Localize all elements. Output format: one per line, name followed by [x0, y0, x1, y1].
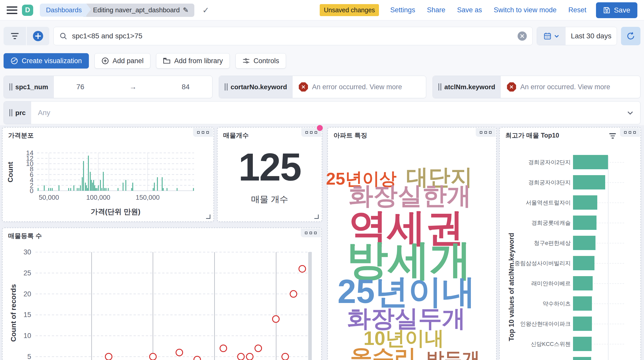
drag-handle-icon[interactable] [225, 83, 228, 91]
header-menu-item-settings[interactable]: Settings [390, 6, 415, 14]
header-menu-item-switch-to-view-mode[interactable]: Switch to view mode [494, 6, 557, 14]
range-slider-spc1-num[interactable]: 76 → 84 [54, 76, 212, 98]
control-label-spc1-num[interactable]: spc1_num [4, 76, 54, 98]
create-visualization-button[interactable]: Create visualization [4, 53, 89, 69]
bar-category-label: 경희궁자이2단지 [500, 159, 571, 166]
svg-text:100,000: 100,000 [86, 194, 110, 201]
control-label-atclnm[interactable]: atclNm.keyword [433, 76, 501, 98]
scatter-point[interactable] [238, 353, 244, 360]
panel-menu-button[interactable] [193, 128, 213, 137]
svg-text:50,000: 50,000 [39, 194, 59, 201]
scatter-point[interactable] [194, 356, 200, 360]
scatter-point[interactable] [176, 349, 183, 356]
scatter-point[interactable] [272, 316, 279, 322]
resize-handle[interactable] [314, 215, 319, 219]
control-label-prc[interactable]: prc [4, 102, 31, 124]
bar[interactable] [573, 337, 592, 351]
scatter-point[interactable] [105, 353, 112, 360]
range-from-value[interactable]: 76 [76, 83, 84, 91]
bar[interactable] [573, 175, 605, 189]
edit-toolbar: Create visualization Add panel Add from … [0, 52, 644, 74]
svg-text:Count of records: Count of records [9, 284, 17, 342]
word-cloud-word[interactable]: 25년이내 [338, 275, 475, 308]
bar[interactable] [573, 276, 593, 290]
svg-text:15: 15 [23, 311, 31, 319]
panel-menu-button[interactable] [301, 229, 321, 237]
controls-button[interactable]: Controls [235, 53, 286, 69]
bar[interactable] [573, 317, 592, 331]
search-icon [59, 32, 67, 40]
scatter-point[interactable] [220, 345, 227, 352]
drag-handle-icon[interactable] [9, 83, 12, 91]
menu-icon[interactable] [7, 6, 17, 14]
breadcrumb-current[interactable]: Editing naver_apt_dashboard ✎ [83, 4, 194, 17]
time-range-value[interactable]: Last 30 days [566, 27, 617, 45]
control-spc1-num: spc1_num 76 → 84 [4, 76, 212, 98]
drag-handle-icon[interactable] [438, 83, 441, 91]
bar[interactable] [573, 216, 597, 230]
breadcrumb-dashboards[interactable]: Dashboards [40, 4, 86, 17]
scatter-point[interactable] [299, 265, 306, 272]
filter-icon[interactable] [609, 133, 616, 139]
filter-button[interactable] [4, 27, 26, 45]
controls-row: spc1_num 76 → 84 cortarNo.keyword An err… [0, 74, 644, 99]
svg-text:5: 5 [27, 353, 31, 360]
chevron-down-icon [627, 109, 634, 116]
scatter-point[interactable] [150, 353, 156, 360]
bar-category-label: 경희궁롯데캐슬 [500, 219, 571, 227]
scatter-point[interactable] [255, 345, 261, 352]
bar[interactable] [573, 256, 594, 270]
create-visualization-label: Create visualization [22, 57, 82, 65]
control-label-text: spc1_num [15, 83, 48, 91]
word-cloud-word[interactable]: 올수리 [350, 346, 416, 360]
refresh-button[interactable] [621, 27, 640, 45]
refresh-icon [626, 32, 635, 40]
resize-handle[interactable] [206, 215, 210, 219]
header-menu-item-share[interactable]: Share [427, 6, 445, 14]
prc-options-dropdown[interactable]: Any [31, 102, 640, 124]
plus-circle-icon [33, 31, 43, 41]
panel-menu-button[interactable] [620, 128, 640, 137]
check-icon: ✓ [202, 5, 209, 15]
calendar-icon [543, 32, 552, 40]
bar-category-label: 서울역센트럴자이 [500, 199, 571, 207]
query-input[interactable] [72, 32, 513, 40]
scatter-point[interactable] [282, 353, 289, 360]
query-bar-row: Last 30 days [0, 20, 644, 52]
control-label-cortarno[interactable]: cortarNo.keyword [219, 76, 293, 98]
header-menu-item-reset[interactable]: Reset [568, 6, 587, 14]
word-cloud-chart: 25년이상대단지화장실한개역세권방세개25년이내화장실두개10년이내올수리방두개 [328, 128, 496, 360]
svg-text:25: 25 [23, 269, 31, 277]
save-button[interactable]: Save [596, 2, 637, 18]
unsaved-changes-badge: Unsaved changes [320, 4, 379, 16]
dashboard-viewport: 가격분포 50,000100,000150,00002468101214Coun… [0, 125, 644, 360]
error-message[interactable]: An error occurred. View more [312, 83, 402, 91]
word-cloud-word[interactable]: 방두개 [426, 350, 480, 360]
clear-query-button[interactable] [518, 31, 527, 41]
bar[interactable] [573, 236, 595, 250]
header-menu-item-save-as[interactable]: Save as [457, 6, 482, 14]
scatter-point[interactable] [290, 291, 297, 297]
scatter-point[interactable] [246, 353, 253, 360]
bar[interactable] [573, 155, 608, 169]
add-from-library-button[interactable]: Add from library [156, 53, 230, 69]
range-to-value[interactable]: 84 [182, 83, 189, 91]
control-error-cortarno[interactable]: An error occurred. View more [293, 76, 426, 98]
word-cloud-word[interactable]: 화장실두개 [347, 307, 466, 330]
bar[interactable] [573, 195, 597, 210]
add-panel-button[interactable]: Add panel [94, 53, 151, 69]
filter-icon [11, 33, 19, 39]
space-avatar[interactable]: D [22, 5, 33, 16]
date-picker-menu-button[interactable] [537, 27, 566, 45]
drag-handle-icon[interactable] [9, 109, 12, 116]
panel-menu-button[interactable] [476, 128, 496, 137]
save-icon [603, 7, 610, 14]
error-message[interactable]: An error occurred. View more [520, 83, 610, 91]
add-filter-button[interactable] [27, 27, 49, 45]
bar[interactable] [573, 296, 592, 311]
word-cloud-word[interactable]: 화장실한개 [349, 183, 471, 208]
control-label-text: cortarNo.keyword [231, 83, 287, 91]
control-error-atclnm[interactable]: An error occurred. View more [501, 76, 640, 98]
bar[interactable] [573, 357, 591, 360]
price-histogram-chart: 50,000100,000150,00002468101214Count가격(단… [3, 129, 213, 221]
